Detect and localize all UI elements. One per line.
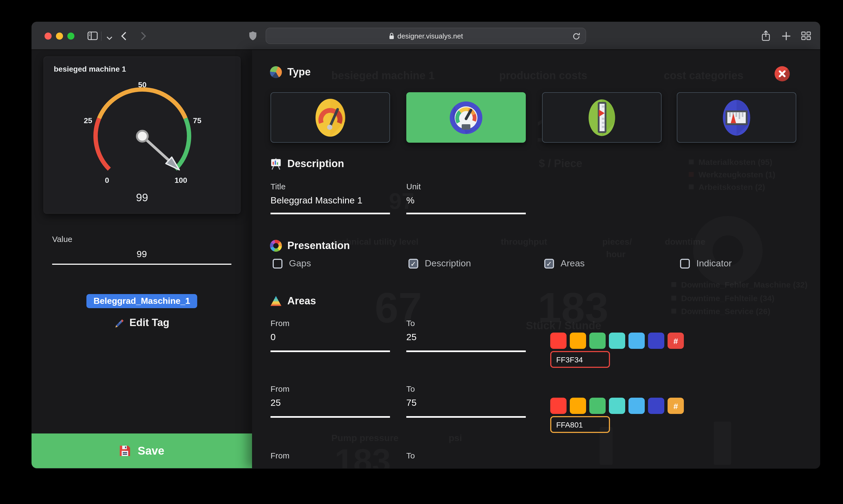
privacy-shield-icon[interactable] [246,29,259,42]
gauge-hub [137,131,148,142]
title-field-label: Title [271,182,390,191]
share-icon[interactable] [759,29,772,42]
checkbox-gaps[interactable]: ✓ Gaps [273,258,311,269]
gauge-modern-icon [449,100,483,135]
value-label: Value [52,234,72,244]
gauge-tick-100: 100 [175,176,187,184]
swatch-orange[interactable] [570,332,586,349]
areas-section-header: Areas [270,295,316,307]
browser-toolbar: designer.visualys.net [32,22,820,50]
type-option-gauge-modern-selected[interactable] [406,92,526,143]
gauge-chart: 50 25 75 0 100 [74,75,210,187]
gauge-preview-title: besieged machine 1 [54,65,126,73]
swatch-red[interactable] [550,332,567,349]
area3-from-label: From [271,451,290,460]
swatch-lightblue[interactable] [629,332,645,349]
swatch-teal[interactable] [609,332,625,349]
pie-chart-icon [270,66,282,78]
forward-button[interactable] [137,29,150,42]
edit-tag-label: Edit Tag [129,317,169,329]
area2-to-field[interactable]: To 75 [406,384,526,418]
screen: designer.visualys.net besieged machine 1 [0,0,843,504]
toolbar-divider [101,32,102,41]
url-text: designer.visualys.net [397,32,463,40]
refresh-icon[interactable] [572,32,581,41]
type-section-header: Type [270,66,311,78]
checkbox-areas[interactable]: ✓ Areas [544,258,585,269]
zoom-window-button[interactable] [67,33,74,40]
color-wheel-icon [270,240,282,252]
horizontal-scale-icon [720,98,753,137]
presentation-board-icon [270,158,282,170]
area1-color-palette: # [550,332,684,349]
checkbox-description[interactable]: ✓ Description [409,258,471,269]
title-field[interactable]: Title Beleggrad Maschine 1 [271,182,390,214]
close-editor-button[interactable] [775,66,790,82]
swatch-green[interactable] [589,398,606,414]
swatch-red[interactable] [550,398,567,414]
unit-field-label: Unit [406,182,526,191]
pencil-icon [114,317,125,329]
browser-window: designer.visualys.net besieged machine 1 [32,22,820,469]
url-bar[interactable]: designer.visualys.net [265,28,586,44]
minimize-window-button[interactable] [56,33,63,40]
area3-to-label: To [406,451,415,460]
floppy-disk-icon [119,445,131,457]
area2-color-palette: # [550,398,684,414]
widget-editor-overlay: besieged machine 1 production costs cost… [252,50,820,468]
widget-preview-panel: besieged machine 1 50 25 75 0 100 [32,50,252,468]
value-input[interactable]: 99 [52,243,231,265]
presentation-section-header: Presentation [270,240,350,252]
areas-checkbox-box: ✓ [544,259,554,269]
lock-icon [389,32,394,39]
page-content: besieged machine 1 50 25 75 0 100 [32,50,820,468]
close-window-button[interactable] [45,33,52,40]
gauge-tick-0: 0 [105,176,109,184]
tag-pill[interactable]: Beleggrad_Maschine_1 [86,294,197,308]
pyramid-icon [270,296,282,307]
save-button[interactable]: Save [32,433,252,468]
indicator-checkbox-box: ✓ [680,259,690,269]
save-label: Save [138,444,164,457]
area1-from-field[interactable]: From 0 [271,319,390,352]
back-button[interactable] [117,29,131,42]
area2-from-field[interactable]: From 25 [271,384,390,418]
type-option-gauge-classic[interactable] [271,92,390,143]
swatch-orange[interactable] [570,398,586,414]
gauge-tick-50: 50 [138,80,147,89]
gauge-preview-value: 99 [44,192,240,204]
checkbox-indicator[interactable]: ✓ Indicator [680,258,732,269]
swatch-indigo[interactable] [648,398,664,414]
swatch-lightblue[interactable] [629,398,645,414]
gauge-tick-25: 25 [84,116,92,125]
description-section-header: Description [270,158,344,170]
swatch-custom-hex[interactable]: # [668,332,684,349]
title-field-value: Beleggrad Maschine 1 [271,195,390,206]
unit-field[interactable]: Unit % [406,182,526,214]
area1-to-field[interactable]: To 25 [406,319,526,352]
swatch-teal[interactable] [609,398,625,414]
type-option-horizontal-scale[interactable] [677,92,796,143]
swatch-green[interactable] [589,332,606,349]
swatch-custom-hex[interactable]: # [668,398,684,414]
gauge-preview-card: besieged machine 1 50 25 75 0 100 [44,56,241,214]
gauge-classic-icon [313,97,347,138]
chevron-down-icon[interactable] [103,32,116,44]
tab-overview-icon[interactable] [799,29,813,42]
type-option-vertical-scale[interactable] [542,92,661,143]
gaps-checkbox-box: ✓ [273,259,282,269]
area2-hex-input[interactable]: FFA801 [550,416,610,433]
description-checkbox-box: ✓ [409,259,418,269]
vertical-scale-icon [586,97,618,138]
swatch-indigo[interactable] [648,332,664,349]
unit-field-value: % [406,195,526,206]
area1-hex-input[interactable]: FF3F34 [550,351,610,368]
sidebar-toggle-icon[interactable] [86,29,99,42]
gauge-tick-75: 75 [193,116,201,125]
new-tab-icon[interactable] [779,29,792,42]
edit-tag-button[interactable]: Edit Tag [114,317,169,329]
